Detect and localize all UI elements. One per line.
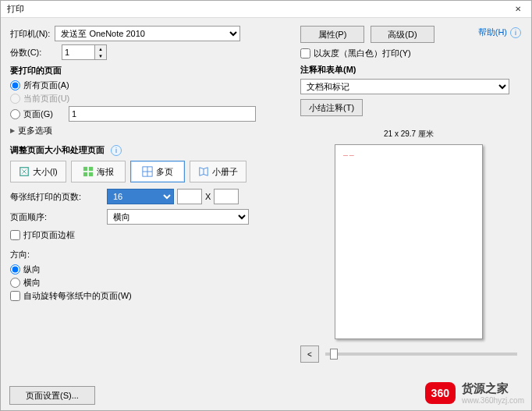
pages-title: 要打印的页面 (10, 65, 293, 76)
tab-booklet[interactable]: 小册子 (190, 161, 246, 182)
watermark-text: 货源之家 (462, 381, 524, 396)
window-title: 打印 (4, 3, 508, 15)
svg-rect-2 (89, 167, 93, 171)
orientation-landscape-radio[interactable] (10, 278, 20, 288)
tab-poster[interactable]: 海报 (71, 161, 126, 182)
grayscale-checkbox[interactable] (300, 48, 310, 58)
autorotate-checkbox[interactable] (10, 291, 20, 301)
custom-rows-input[interactable] (214, 189, 239, 204)
titlebar: 打印 ✕ (1, 1, 531, 18)
border-checkbox[interactable] (10, 230, 20, 240)
pages-per-select[interactable]: 16 (107, 189, 174, 204)
advanced-button[interactable]: 高级(D) (371, 26, 434, 43)
orientation-title: 方向: (10, 249, 293, 260)
pages-all-radio[interactable] (10, 80, 20, 90)
sizing-tabs: 大小(l) 海报 多页 小册子 (10, 161, 293, 182)
orientation-landscape-label: 横向 (23, 277, 41, 289)
copies-spinner[interactable]: ▲▼ (62, 44, 107, 60)
svg-rect-4 (89, 172, 93, 176)
triangle-right-icon: ▶ (10, 127, 15, 134)
grayscale-label: 以灰度（黑白色）打印(Y) (314, 48, 411, 59)
help-icon[interactable]: i (510, 27, 521, 38)
orientation-portrait-radio[interactable] (10, 264, 20, 275)
print-preview: — — (335, 144, 483, 339)
pages-all-label: 所有页面(A) (23, 80, 69, 91)
page-setup-button[interactable]: 页面设置(S)... (9, 386, 95, 405)
slider-thumb[interactable] (330, 349, 338, 360)
pages-per-label: 每张纸打印的页数: (10, 191, 104, 203)
printer-label: 打印机(N): (10, 28, 50, 40)
svg-rect-3 (83, 172, 87, 176)
order-select[interactable]: 横向 (107, 209, 249, 225)
properties-button[interactable]: 属性(P) (300, 26, 364, 43)
pages-current-radio (10, 94, 20, 104)
help-link[interactable]: 帮助(H) (478, 27, 507, 38)
watermark-url: www.360hyzj.com (462, 396, 524, 405)
autorotate-label: 自动旋转每张纸中的页面(W) (23, 290, 132, 302)
more-options-toggle[interactable]: ▶ 更多选项 (10, 125, 293, 136)
preview-slider[interactable] (325, 353, 517, 356)
booklet-icon (198, 166, 209, 177)
pages-current-label: 当前页面(U) (23, 93, 69, 105)
multi-icon (142, 166, 153, 177)
sizing-title: 调整页面大小和处理页面 (10, 144, 105, 156)
comments-title: 注释和表单(M) (300, 64, 517, 76)
svg-rect-1 (83, 167, 87, 171)
size-icon (19, 166, 30, 177)
orientation-portrait-label: 纵向 (23, 264, 41, 275)
preview-caption: 21 x 29.7 厘米 (300, 129, 517, 140)
spinner-buttons[interactable]: ▲▼ (94, 44, 107, 60)
preview-content: — — (343, 153, 354, 158)
copies-input[interactable] (62, 44, 94, 60)
info-icon[interactable]: i (111, 145, 122, 156)
watermark: 360 货源之家 www.360hyzj.com (425, 381, 524, 405)
tab-size[interactable]: 大小(l) (10, 161, 66, 182)
pages-range-label: 页面(G) (23, 108, 69, 120)
summarize-button[interactable]: 小结注释(T) (300, 99, 363, 116)
close-icon[interactable]: ✕ (508, 1, 528, 18)
poster-icon (83, 166, 94, 177)
more-options-label: 更多选项 (18, 125, 52, 136)
comments-select[interactable]: 文档和标记 (300, 79, 509, 94)
order-label: 页面顺序: (10, 211, 104, 223)
printer-select[interactable]: 发送至 OneNote 2010 (55, 26, 240, 41)
pages-range-radio[interactable] (10, 109, 20, 119)
watermark-badge: 360 (425, 382, 456, 404)
x-label: X (205, 192, 211, 201)
custom-cols-input[interactable] (177, 189, 202, 204)
nav-prev-button[interactable]: < (300, 345, 319, 363)
border-label: 打印页面边框 (23, 229, 75, 241)
tab-multi[interactable]: 多页 (130, 161, 185, 182)
print-dialog: 打印 ✕ 帮助(H) i 打印机(N): 发送至 OneNote 2010 份数… (0, 0, 532, 411)
copies-label: 份数(C): (10, 47, 57, 58)
pages-range-input[interactable] (69, 106, 256, 122)
